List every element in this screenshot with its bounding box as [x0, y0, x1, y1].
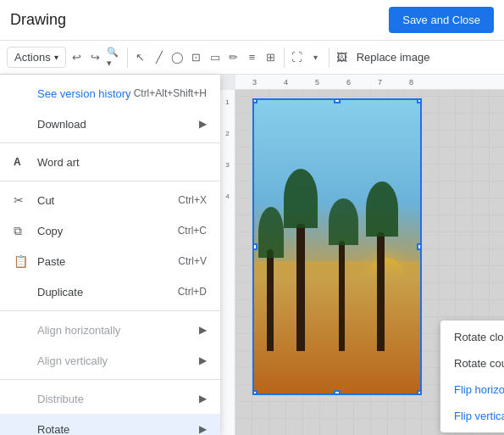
toolbar-separator-3 [329, 47, 330, 68]
crop-more-icon[interactable]: ▾ [308, 50, 324, 65]
menu-item-download[interactable]: Download ▶ [0, 109, 220, 139]
rotate-cw-label: Rotate clockwise 90° [454, 331, 504, 343]
version-history-label: See version history [37, 87, 134, 100]
menu-item-duplicate[interactable]: Duplicate Ctrl+D [0, 276, 220, 307]
ruler-v-mark: 1 [225, 98, 229, 106]
crop-icon[interactable]: ⛶ [290, 50, 305, 65]
ruler-mark: 3 [252, 78, 257, 86]
lines-icon[interactable]: ≡ [245, 50, 260, 65]
submenu-flip-h[interactable]: Flip horizontally [440, 376, 504, 403]
menu-item-copy[interactable]: ⧉ Copy Ctrl+C [0, 215, 220, 246]
menu-divider-1 [0, 142, 220, 143]
top-bar: Drawing Save and Close [0, 0, 504, 41]
zoom-button[interactable]: 🔍▾ [107, 50, 122, 65]
paste-label: Paste [37, 255, 178, 268]
ruler-mark: 8 [409, 78, 413, 86]
toolbar-separator-1 [127, 47, 128, 68]
rotate-arrow-icon: ▶ [199, 423, 207, 435]
submenu-rotate-ccw[interactable]: Rotate counter-clockwise 90° [440, 350, 504, 376]
cut-icon: ✂ [14, 193, 30, 207]
menu-item-paste[interactable]: 📋 Paste Ctrl+V [0, 246, 220, 276]
ruler-horizontal: 3 4 5 6 7 8 [235, 75, 504, 90]
canvas-area: 3 4 5 6 7 8 1 2 3 4 [220, 75, 504, 435]
align-h-arrow-icon: ▶ [199, 324, 207, 336]
ruler-mark: 7 [378, 78, 382, 86]
redo-button[interactable]: ↪ [88, 50, 103, 65]
duplicate-shortcut: Ctrl+D [178, 286, 207, 298]
menu-divider-4 [0, 379, 220, 380]
actions-dropdown-icon: ▾ [54, 53, 58, 62]
menu-item-rotate[interactable]: Rotate ▶ [0, 414, 220, 435]
ruler-mark: 6 [346, 78, 351, 86]
flip-v-label: Flip vertically [454, 410, 504, 422]
rotate-submenu: Rotate clockwise 90° Rotate counter-cloc… [440, 321, 504, 432]
duplicate-label: Duplicate [37, 286, 178, 298]
ruler-vertical: 1 2 3 4 [220, 90, 235, 435]
paste-icon: 📋 [14, 254, 30, 268]
rotate-ccw-label: Rotate counter-clockwise 90° [454, 357, 504, 370]
submenu-rotate-cw[interactable]: Rotate clockwise 90° [440, 324, 504, 350]
ruler-mark: 4 [284, 78, 288, 86]
paste-shortcut: Ctrl+V [178, 255, 207, 267]
word-art-icon: A [14, 156, 30, 168]
ruler-mark: 5 [315, 78, 319, 86]
menu-item-word-art[interactable]: A Word art [0, 147, 220, 177]
cut-shortcut: Ctrl+X [178, 194, 207, 206]
toolbar: Actions ▾ ↩ ↪ 🔍▾ ↖ ╱ ◯ ⊡ ▭ ✏ ≡ ⊞ ⛶ ▾ 🖼 R… [0, 41, 504, 75]
undo-button[interactable]: ↩ [69, 50, 85, 65]
actions-label: Actions [14, 51, 51, 64]
rotate-label: Rotate [37, 423, 199, 436]
text-tool-icon[interactable]: ⊡ [189, 50, 204, 65]
download-arrow-icon: ▶ [199, 118, 207, 130]
word-art-label: Word art [37, 156, 207, 169]
menu-item-align-v[interactable]: Align vertically ▶ [0, 345, 220, 376]
main-area: See version history Ctrl+Alt+Shift+H Dow… [0, 75, 504, 435]
ruler-v-mark: 3 [225, 161, 229, 169]
menu-item-cut[interactable]: ✂ Cut Ctrl+X [0, 185, 220, 215]
align-h-label: Align horizontally [37, 324, 199, 337]
distribute-arrow-icon: ▶ [199, 393, 207, 404]
ruler-v-mark: 4 [225, 192, 229, 200]
table-icon[interactable]: ⊞ [263, 50, 279, 65]
replace-image-label: Replace image [357, 51, 430, 64]
copy-label: Copy [37, 225, 178, 237]
submenu-flip-v[interactable]: Flip vertically [440, 403, 504, 429]
menu-item-align-h[interactable]: Align horizontally ▶ [0, 315, 220, 345]
flip-h-label: Flip horizontally [454, 383, 504, 396]
copy-shortcut: Ctrl+C [178, 225, 207, 237]
pen-tool-icon[interactable]: ✏ [226, 50, 241, 65]
copy-icon: ⧉ [14, 224, 30, 238]
menu-divider-3 [0, 310, 220, 311]
line-tool-icon[interactable]: ╱ [152, 50, 167, 65]
select-tool-icon[interactable]: ↖ [133, 50, 148, 65]
toolbar-separator-2 [284, 47, 285, 68]
save-close-button[interactable]: Save and Close [389, 7, 494, 33]
shape-tool-icon[interactable]: ◯ [170, 50, 186, 65]
ruler-v-mark: 2 [225, 130, 229, 137]
actions-button[interactable]: Actions ▾ [7, 47, 66, 68]
image-replace-icon[interactable]: 🖼 [335, 50, 350, 65]
actions-dropdown-menu: See version history Ctrl+Alt+Shift+H Dow… [0, 75, 220, 435]
distribute-label: Distribute [37, 393, 199, 405]
app-title: Drawing [10, 11, 66, 29]
image-element[interactable] [252, 98, 422, 395]
menu-divider-2 [0, 181, 220, 181]
menu-item-distribute[interactable]: Distribute ▶ [0, 383, 220, 414]
align-v-arrow-icon: ▶ [199, 354, 207, 366]
version-history-shortcut: Ctrl+Alt+Shift+H [134, 87, 207, 99]
align-v-label: Align vertically [37, 354, 199, 367]
image-tool-icon[interactable]: ▭ [208, 50, 223, 65]
cut-label: Cut [37, 194, 178, 207]
menu-item-version-history[interactable]: See version history Ctrl+Alt+Shift+H [0, 78, 220, 109]
download-label: Download [37, 118, 199, 131]
